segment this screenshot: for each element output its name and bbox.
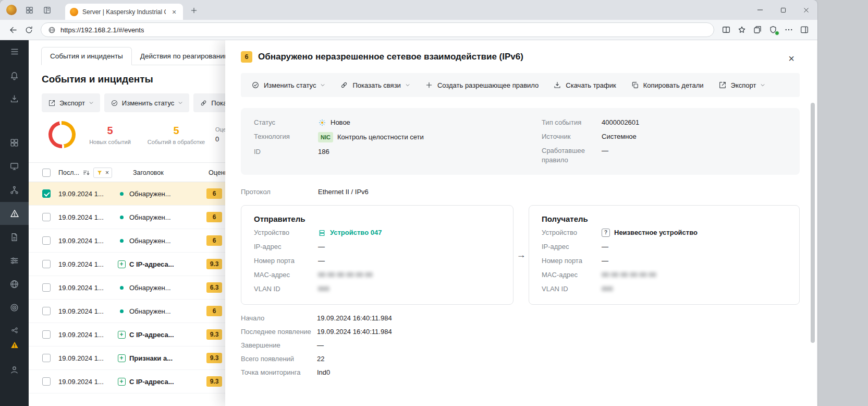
settings-sliders-icon[interactable] xyxy=(0,250,29,271)
export-button[interactable]: Экспорт xyxy=(711,73,773,97)
summary-right-column: Тип события 4000002601 Источник Системно… xyxy=(542,118,639,165)
receiver-device-value: Неизвестное устройство xyxy=(614,228,698,237)
back-button[interactable] xyxy=(5,22,21,38)
row-checkbox[interactable] xyxy=(42,377,51,386)
ip-label: IP-адрес xyxy=(254,242,318,252)
audit-target-icon[interactable] xyxy=(0,297,29,318)
vlan-label: VLAN ID xyxy=(254,284,318,294)
menu-icon[interactable] xyxy=(0,41,29,62)
downloads-icon[interactable] xyxy=(0,88,29,109)
tab-grid-icon[interactable] xyxy=(24,5,34,15)
row-checkbox[interactable] xyxy=(42,213,51,221)
sender-card-title: Отправитель xyxy=(254,214,500,223)
minimize-button[interactable] xyxy=(749,0,772,20)
tab-events-incidents[interactable]: События и инциденты xyxy=(41,47,132,65)
copy-details-button[interactable]: Копировать детали xyxy=(624,73,711,97)
site-info-icon[interactable] xyxy=(48,26,56,34)
event-title: Признаки а... xyxy=(129,354,202,362)
events-donut-chart xyxy=(48,121,76,148)
severity-badge: 9.3 xyxy=(206,259,222,269)
technology-text: Контроль целостности сети xyxy=(337,133,424,142)
browser-essentials-icon[interactable] xyxy=(765,22,781,38)
refresh-button[interactable] xyxy=(21,22,36,38)
incident-plus-icon xyxy=(117,331,126,339)
address-bar[interactable]: https://192.168.2.1/#/events xyxy=(41,22,714,37)
browser-profile-icon[interactable] xyxy=(6,5,17,15)
occurrences-value: 22 xyxy=(317,354,324,364)
warnings-triangle-icon[interactable] xyxy=(0,338,29,352)
sender-device-link[interactable]: Устройство 047 xyxy=(330,228,382,237)
create-allow-rule-button[interactable]: Создать разрешающее правило xyxy=(418,73,546,97)
select-all-checkbox[interactable] xyxy=(42,169,51,177)
connections-icon[interactable] xyxy=(0,323,29,338)
events-stats: 5 Новых событий 5 Событий в обработке Оц… xyxy=(48,120,235,150)
close-panel-icon[interactable] xyxy=(786,53,797,64)
download-traffic-button[interactable]: Скачать трафик xyxy=(546,73,623,97)
change-status-button[interactable]: Изменить статус xyxy=(244,73,333,97)
export-label: Экспорт xyxy=(731,81,756,89)
stat-in-progress[interactable]: 5 Событий в обработке xyxy=(144,125,208,145)
row-checkbox[interactable] xyxy=(42,236,51,245)
status-label: Статус xyxy=(254,118,318,127)
event-dot-icon xyxy=(117,216,126,219)
column-date[interactable]: Посл... xyxy=(58,163,112,183)
network-map-globe-icon[interactable] xyxy=(0,273,29,294)
stat-new-events[interactable]: 5 Новых событий xyxy=(86,125,134,145)
user-icon[interactable] xyxy=(0,359,29,380)
row-checkbox[interactable] xyxy=(42,189,51,198)
monitoring-icon[interactable] xyxy=(0,156,29,176)
severity-badge: 9.3 xyxy=(206,376,222,387)
change-status-button[interactable]: Изменить статус xyxy=(104,93,189,112)
end-label: Завершение xyxy=(241,341,317,350)
dashboard-icon[interactable] xyxy=(0,132,29,153)
stat-new-events-value: 5 xyxy=(86,125,134,137)
show-links-button[interactable]: Показать связи xyxy=(333,73,417,97)
tab-close-icon[interactable] xyxy=(170,8,178,16)
show-links-label: Показать связи xyxy=(352,81,400,89)
detail-scrollbar[interactable] xyxy=(811,103,815,343)
sender-ip-value: — xyxy=(318,242,325,252)
row-checkbox[interactable] xyxy=(42,354,51,362)
close-button[interactable] xyxy=(794,0,817,20)
maximize-button[interactable] xyxy=(772,0,794,20)
tab-title: Server | Kaspersky Industrial Cybe xyxy=(82,8,166,16)
clear-filter-icon[interactable] xyxy=(105,170,109,176)
collections-icon[interactable] xyxy=(750,22,765,38)
last-seen-label: Последнее появление xyxy=(241,327,317,337)
more-options-icon[interactable] xyxy=(781,22,797,38)
chevron-down-icon xyxy=(405,82,410,88)
new-tab-button[interactable] xyxy=(190,7,198,14)
column-title[interactable]: Заголовок xyxy=(133,163,164,183)
tab-response-actions[interactable]: Действия по реагированию xyxy=(132,47,238,65)
chevron-down-icon xyxy=(178,100,183,105)
browser-tab[interactable]: Server | Kaspersky Industrial Cybe xyxy=(65,4,183,20)
protocol-label: Протокол xyxy=(241,187,318,197)
assets-tree-icon[interactable] xyxy=(0,180,29,200)
receiver-card-title: Получатель xyxy=(542,214,787,223)
row-checkbox[interactable] xyxy=(42,307,51,315)
chevron-down-icon xyxy=(320,82,325,88)
severity-badge: 9.3 xyxy=(206,353,222,363)
sort-descending-icon[interactable] xyxy=(82,169,90,177)
vertical-tabs-icon[interactable] xyxy=(42,5,52,15)
sidebar-toggle-icon[interactable] xyxy=(797,22,812,38)
events-alert-icon[interactable] xyxy=(0,202,29,225)
source-label: Источник xyxy=(542,132,602,141)
event-title: Обнаружен... xyxy=(129,284,202,292)
status-value: Новое xyxy=(318,118,350,127)
export-button[interactable]: Экспорт xyxy=(42,93,100,112)
row-checkbox[interactable] xyxy=(42,330,51,339)
notifications-bell-icon[interactable] xyxy=(0,65,29,86)
row-checkbox[interactable] xyxy=(42,283,51,292)
start-label: Начало xyxy=(241,314,317,323)
status-ok-dot xyxy=(775,31,779,35)
event-date: 19.09.2024 1... xyxy=(58,213,115,221)
event-title: Обнаружен... xyxy=(129,307,202,315)
reports-icon[interactable] xyxy=(0,226,29,247)
severity-badge: 6 xyxy=(206,235,222,246)
technology-label: Технология xyxy=(254,132,318,141)
row-checkbox[interactable] xyxy=(42,260,51,268)
active-filter-chip[interactable] xyxy=(93,168,112,178)
split-screen-icon[interactable] xyxy=(718,22,734,38)
favorites-icon[interactable] xyxy=(734,22,750,38)
